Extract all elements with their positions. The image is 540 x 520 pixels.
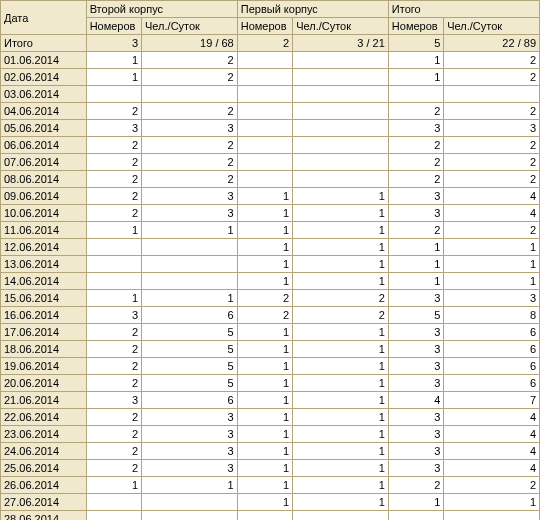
cell-g1-rooms: 3 xyxy=(86,35,141,52)
cell-date: 22.06.2014 xyxy=(1,409,87,426)
cell-g3-rooms: 3 xyxy=(388,443,443,460)
cell-g2-pers: 1 xyxy=(293,256,389,273)
cell-g1-rooms: 2 xyxy=(86,460,141,477)
col-header-group1: Второй корпус xyxy=(86,1,237,18)
cell-g2-rooms: 1 xyxy=(237,188,292,205)
cell-g2-pers: 1 xyxy=(293,409,389,426)
cell-date: 18.06.2014 xyxy=(1,341,87,358)
cell-g3-rooms: 3 xyxy=(388,460,443,477)
cell-g1-pers: 3 xyxy=(142,188,238,205)
table-row: 24.06.2014231134 xyxy=(1,443,540,460)
cell-g2-pers: 1 xyxy=(293,443,389,460)
cell-g1-rooms: 2 xyxy=(86,137,141,154)
cell-g3-pers: 6 xyxy=(444,341,540,358)
cell-date: 25.06.2014 xyxy=(1,460,87,477)
cell-g3-pers: 4 xyxy=(444,205,540,222)
table-row: 07.06.20142222 xyxy=(1,154,540,171)
table-row: 09.06.2014231134 xyxy=(1,188,540,205)
cell-g1-pers: 6 xyxy=(142,307,238,324)
cell-g3-pers: 7 xyxy=(444,392,540,409)
cell-g2-pers xyxy=(293,511,389,521)
cell-g3-rooms: 2 xyxy=(388,154,443,171)
cell-g3-rooms: 1 xyxy=(388,52,443,69)
cell-g1-pers: 3 xyxy=(142,460,238,477)
table-row: 06.06.20142222 xyxy=(1,137,540,154)
cell-g1-rooms: 2 xyxy=(86,358,141,375)
cell-g2-rooms: 1 xyxy=(237,273,292,290)
cell-g1-rooms: 1 xyxy=(86,290,141,307)
cell-g1-rooms: 2 xyxy=(86,205,141,222)
cell-g1-rooms: 2 xyxy=(86,426,141,443)
col-header-group3: Итого xyxy=(388,1,539,18)
cell-g1-rooms: 2 xyxy=(86,409,141,426)
table-row: 18.06.2014251136 xyxy=(1,341,540,358)
cell-g1-rooms: 2 xyxy=(86,188,141,205)
cell-g1-pers: 3 xyxy=(142,205,238,222)
table-row: 10.06.2014231134 xyxy=(1,205,540,222)
cell-g1-rooms xyxy=(86,86,141,103)
cell-date: 06.06.2014 xyxy=(1,137,87,154)
cell-date: 13.06.2014 xyxy=(1,256,87,273)
cell-g3-rooms: 3 xyxy=(388,188,443,205)
cell-g2-rooms xyxy=(237,86,292,103)
cell-date: 04.06.2014 xyxy=(1,103,87,120)
cell-g3-rooms xyxy=(388,511,443,521)
cell-g2-pers xyxy=(293,103,389,120)
cell-g2-rooms: 1 xyxy=(237,239,292,256)
cell-g2-pers xyxy=(293,154,389,171)
cell-g2-rooms xyxy=(237,171,292,188)
cell-g3-pers: 2 xyxy=(444,222,540,239)
cell-date: 15.06.2014 xyxy=(1,290,87,307)
cell-g2-rooms: 1 xyxy=(237,341,292,358)
sub-header-persons: Чел./Суток xyxy=(293,18,389,35)
cell-date: 17.06.2014 xyxy=(1,324,87,341)
cell-g1-rooms: 2 xyxy=(86,103,141,120)
table-row: 22.06.2014231134 xyxy=(1,409,540,426)
cell-g3-pers: 2 xyxy=(444,103,540,120)
table-row: 17.06.2014251136 xyxy=(1,324,540,341)
cell-g1-pers: 6 xyxy=(142,392,238,409)
cell-g3-rooms: 1 xyxy=(388,69,443,86)
col-header-group2: Первый корпус xyxy=(237,1,388,18)
cell-g1-pers: 19 / 68 xyxy=(142,35,238,52)
cell-date: 19.06.2014 xyxy=(1,358,87,375)
cell-g3-pers: 6 xyxy=(444,375,540,392)
cell-g3-rooms: 3 xyxy=(388,409,443,426)
table-row: 03.06.2014 xyxy=(1,86,540,103)
cell-g3-pers: 1 xyxy=(444,273,540,290)
cell-g1-pers xyxy=(142,494,238,511)
cell-g2-pers xyxy=(293,69,389,86)
cell-g3-rooms: 1 xyxy=(388,239,443,256)
cell-g2-rooms: 1 xyxy=(237,324,292,341)
cell-g2-pers: 1 xyxy=(293,477,389,494)
cell-g2-pers: 1 xyxy=(293,222,389,239)
cell-g2-pers xyxy=(293,52,389,69)
cell-g2-pers: 1 xyxy=(293,273,389,290)
cell-g1-pers: 3 xyxy=(142,409,238,426)
cell-g1-pers: 5 xyxy=(142,358,238,375)
cell-g2-pers: 1 xyxy=(293,324,389,341)
cell-g2-rooms: 2 xyxy=(237,307,292,324)
cell-g3-pers: 4 xyxy=(444,460,540,477)
cell-g3-rooms: 3 xyxy=(388,324,443,341)
cell-g3-rooms: 1 xyxy=(388,494,443,511)
cell-g2-rooms: 1 xyxy=(237,222,292,239)
cell-g2-pers xyxy=(293,86,389,103)
cell-date: 03.06.2014 xyxy=(1,86,87,103)
cell-g2-rooms: 1 xyxy=(237,443,292,460)
cell-g2-pers xyxy=(293,120,389,137)
cell-date: 12.06.2014 xyxy=(1,239,87,256)
cell-g3-pers: 4 xyxy=(444,409,540,426)
cell-g1-rooms: 2 xyxy=(86,324,141,341)
cell-g1-rooms: 1 xyxy=(86,69,141,86)
table-row: 27.06.20141111 xyxy=(1,494,540,511)
cell-g2-rooms: 1 xyxy=(237,392,292,409)
cell-date: 14.06.2014 xyxy=(1,273,87,290)
cell-g1-rooms: 1 xyxy=(86,477,141,494)
cell-g3-pers: 2 xyxy=(444,69,540,86)
cell-g3-rooms: 1 xyxy=(388,273,443,290)
cell-date: 05.06.2014 xyxy=(1,120,87,137)
table-row: 19.06.2014251136 xyxy=(1,358,540,375)
table-row: 14.06.20141111 xyxy=(1,273,540,290)
cell-g3-rooms: 3 xyxy=(388,290,443,307)
